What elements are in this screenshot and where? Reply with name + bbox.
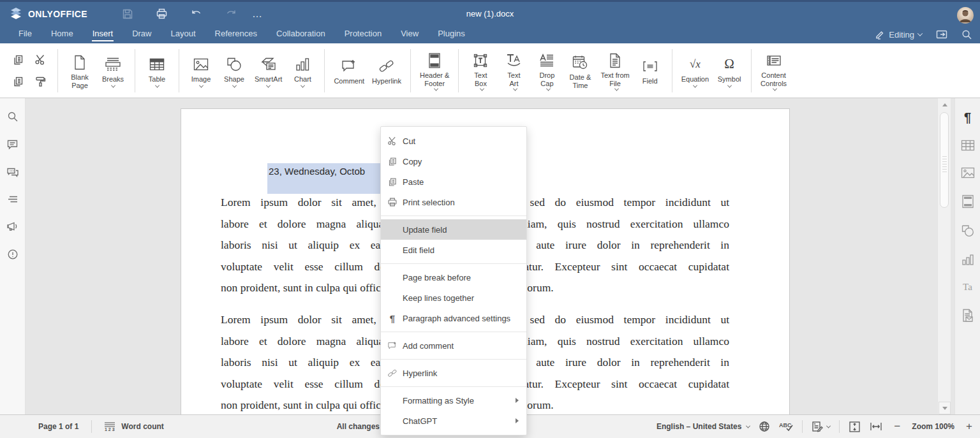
symbol-button[interactable]: Ω Symbol: [713, 52, 746, 89]
chat-panel-icon[interactable]: [6, 167, 19, 179]
menu-item-page-break-before[interactable]: Page break before: [381, 267, 526, 288]
mail-merge-settings-icon[interactable]: [961, 309, 974, 323]
save-button[interactable]: [110, 8, 145, 20]
paragraph-settings-icon[interactable]: ¶: [964, 111, 971, 124]
field-button[interactable]: Field: [634, 54, 667, 87]
tab-file[interactable]: File: [9, 26, 41, 43]
drop-cap-button[interactable]: Drop Cap: [530, 48, 563, 92]
menu-item-copy[interactable]: Copy: [381, 151, 526, 172]
about-panel-icon[interactable]: [7, 249, 19, 260]
comments-panel-icon[interactable]: [6, 139, 19, 150]
menu-item-paragraph-advanced-settings[interactable]: ¶ Paragraph advanced settings: [381, 308, 526, 328]
scrollbar-thumb[interactable]: [940, 112, 949, 208]
breaks-button[interactable]: Breaks: [96, 52, 130, 89]
chart-settings-icon[interactable]: [961, 253, 974, 266]
text-box-button[interactable]: Text Box: [464, 48, 497, 92]
open-file-location-icon[interactable]: [936, 29, 947, 40]
menu-item-keep-lines-together[interactable]: Keep lines together: [381, 288, 526, 308]
ribbon-tab-bar: File Home Insert Draw Layout References …: [0, 26, 980, 43]
comment-button[interactable]: Comment: [330, 54, 368, 87]
shape-settings-icon[interactable]: [961, 224, 975, 237]
zoom-level[interactable]: Zoom 100%: [912, 422, 954, 431]
header-footer-icon: [427, 51, 442, 70]
equation-button[interactable]: √x Equation: [678, 52, 713, 89]
menu-item-formatting-as-style[interactable]: Formatting as Style: [381, 390, 526, 411]
undo-button[interactable]: [179, 9, 214, 19]
tab-plugins[interactable]: Plugins: [428, 26, 475, 43]
hyperlink-button[interactable]: Hyperlink: [368, 54, 405, 87]
menu-item-hyperlink[interactable]: Hyperlink: [381, 363, 526, 383]
tab-draw[interactable]: Draw: [122, 26, 161, 43]
word-count-button[interactable]: 1 2 3 Word count: [92, 421, 175, 432]
shape-button[interactable]: Shape: [218, 52, 251, 89]
scroll-up-button[interactable]: [939, 98, 951, 111]
date-field-text: 23, Wednesday, Octob: [267, 163, 384, 177]
text-art-button[interactable]: Text Art: [497, 48, 530, 92]
menu-item-edit-field[interactable]: Edit field: [381, 240, 526, 260]
image-button[interactable]: Image: [184, 52, 218, 89]
onlyoffice-document-editor: ONLYOFFICE …: [0, 0, 980, 438]
vertical-scrollbar[interactable]: [937, 98, 951, 414]
triangle-down-icon: [942, 407, 947, 410]
cut-button[interactable]: [31, 50, 50, 69]
field-icon: [642, 57, 658, 76]
scroll-down-button[interactable]: [939, 402, 951, 414]
search-panel-icon[interactable]: [7, 111, 19, 122]
editing-mode-dropdown[interactable]: Editing: [875, 29, 922, 40]
header-footer-settings-icon[interactable]: [961, 194, 974, 208]
fit-width-icon[interactable]: [870, 422, 882, 431]
date-time-button[interactable]: Date & Time: [563, 50, 597, 91]
smartart-button[interactable]: SmartArt: [251, 52, 286, 89]
tab-references[interactable]: References: [205, 26, 267, 43]
word-count-icon: 1 2 3: [103, 421, 116, 432]
menu-item-cut[interactable]: Cut: [381, 131, 526, 151]
track-changes-button[interactable]: [812, 421, 830, 432]
menu-item-chatgpt[interactable]: ChatGPT: [381, 411, 526, 431]
format-painter-button[interactable]: [31, 72, 50, 91]
search-icon[interactable]: [961, 29, 972, 40]
paste-button[interactable]: [9, 72, 28, 91]
toolbar-divider: [324, 49, 325, 92]
save-icon: [122, 8, 133, 20]
zoom-in-button[interactable]: +: [963, 420, 975, 433]
tab-home[interactable]: Home: [41, 26, 83, 43]
text-from-file-button[interactable]: Text from File: [597, 48, 633, 92]
pilcrow-icon: ¶: [387, 312, 398, 324]
header-footer-button[interactable]: Header & Footer: [416, 48, 453, 92]
tab-collaboration[interactable]: Collaboration: [267, 26, 335, 43]
toolbar-divider: [410, 49, 411, 92]
content-controls-button[interactable]: Content Controls: [757, 48, 791, 92]
feedback-panel-icon[interactable]: [6, 221, 19, 232]
menu-item-update-field[interactable]: Update field: [381, 219, 526, 240]
table-settings-icon[interactable]: [961, 140, 975, 151]
thumb-grip: [942, 156, 947, 174]
menu-item-paste[interactable]: Paste: [381, 172, 526, 192]
chart-button[interactable]: Chart: [286, 52, 319, 89]
blank-page-button[interactable]: Blank Page: [63, 50, 96, 91]
tab-layout[interactable]: Layout: [161, 26, 205, 43]
track-changes-icon: [812, 421, 823, 432]
selected-date-field[interactable]: 23, Wednesday, Octob: [267, 163, 384, 194]
print-button[interactable]: [145, 8, 179, 20]
equation-icon: √x: [690, 55, 701, 74]
menu-item-add-comment[interactable]: Add comment: [381, 335, 526, 356]
document-language-icon[interactable]: [759, 421, 770, 432]
tab-insert[interactable]: Insert: [83, 26, 123, 43]
copy-button[interactable]: [9, 50, 28, 69]
text-art-settings-icon[interactable]: Ta: [963, 282, 972, 293]
page-indicator[interactable]: Page 1 of 1: [26, 422, 91, 431]
customize-toolbar-button[interactable]: …: [252, 8, 264, 20]
fit-page-icon[interactable]: [849, 421, 861, 433]
menu-item-print-selection[interactable]: Print selection: [381, 192, 526, 212]
user-avatar[interactable]: [957, 7, 974, 24]
table-button[interactable]: Table: [140, 52, 174, 89]
language-selector[interactable]: English – United States: [657, 422, 750, 431]
zoom-out-button[interactable]: −: [891, 420, 903, 433]
spell-check-icon[interactable]: ABC: [779, 421, 793, 432]
image-settings-icon[interactable]: [961, 167, 975, 179]
print-icon: [156, 8, 168, 20]
tab-view[interactable]: View: [391, 26, 428, 43]
redo-button[interactable]: [214, 9, 248, 19]
navigation-panel-icon[interactable]: [7, 195, 19, 204]
tab-protection[interactable]: Protection: [335, 26, 392, 43]
